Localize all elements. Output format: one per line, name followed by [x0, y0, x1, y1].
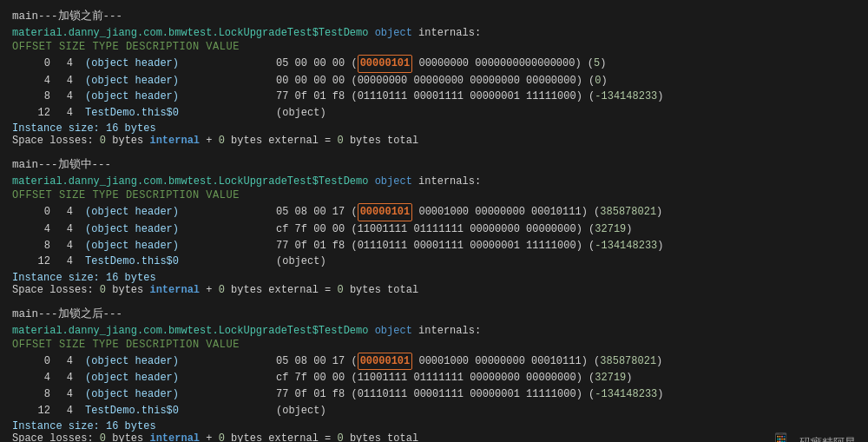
table-row: 12 4 TestDemo.this$0 (object)	[12, 254, 856, 270]
highlight-badge: 00000101	[358, 55, 413, 73]
section-during-lock: main---加锁中--- material.danny_jiang.com.b…	[12, 157, 856, 295]
section-before-lock: main---加锁之前--- material.danny_jiang.com.…	[12, 9, 856, 147]
wechat-badge: 📱 码癖精阿星	[769, 432, 856, 442]
instance-size-after: Instance size: 16 bytes	[12, 420, 856, 432]
wechat-label: 码癖精阿星	[799, 437, 856, 442]
keyword-internals-after: internals:	[418, 325, 481, 337]
section-title-before: main---加锁之前---	[12, 9, 856, 23]
class-header-after: material.danny_jiang.com.bmwtest.LockUpg…	[12, 325, 856, 337]
keyword-object-after: object	[375, 325, 412, 337]
highlight-badge: 00000101	[358, 353, 413, 371]
instance-size-during: Instance size: 16 bytes	[12, 272, 856, 284]
table-row: 8 4 (object header) 77 0f 01 f8 (0111011…	[12, 89, 856, 105]
classname-after: material.danny_jiang.com.bmwtest.LockUpg…	[12, 325, 368, 337]
table-header-after: OFFSET SIZE TYPE DESCRIPTION VALUE	[12, 339, 856, 351]
highlight-badge: 00000101	[358, 203, 413, 221]
table-row: 8 4 (object header) 77 0f 01 f8 (0111011…	[12, 386, 856, 403]
table-row: 12 4 TestDemo.this$0 (object)	[12, 403, 856, 419]
class-header-during: material.danny_jiang.com.bmwtest.LockUpg…	[12, 175, 856, 188]
keyword-internals-before: internals:	[418, 27, 481, 39]
table-header-before: OFFSET SIZE TYPE DESCRIPTION VALUE	[12, 41, 856, 53]
space-losses-before: Space losses: 0 bytes internal + 0 bytes…	[12, 135, 856, 147]
table-row: 8 4 (object header) 77 0f 01 f8 (0111011…	[12, 238, 856, 254]
classname-during: material.danny_jiang.com.bmwtest.LockUpg…	[12, 175, 368, 188]
keyword-object-during: object	[375, 175, 412, 188]
table-row: 0 4 (object header) 05 08 00 17 (0000010…	[12, 203, 856, 221]
instance-size-before: Instance size: 16 bytes	[12, 122, 856, 135]
class-header-before: material.danny_jiang.com.bmwtest.LockUpg…	[12, 27, 856, 39]
table-row: 4 4 (object header) cf 7f 00 00 (1100111…	[12, 370, 856, 386]
section-title-after: main---加锁之后---	[12, 307, 856, 321]
classname-before: material.danny_jiang.com.bmwtest.LockUpg…	[12, 27, 368, 39]
space-losses-during: Space losses: 0 bytes internal + 0 bytes…	[12, 284, 856, 296]
space-losses-after: Space losses: 0 bytes internal + 0 bytes…	[12, 432, 856, 442]
table-row: 0 4 (object header) 05 08 00 17 (0000010…	[12, 353, 856, 371]
table-row: 0 4 (object header) 05 00 00 00 (0000010…	[12, 55, 856, 73]
section-after-lock: main---加锁之后--- material.danny_jiang.com.…	[12, 307, 856, 442]
table-row: 4 4 (object header) cf 7f 00 00 (1100111…	[12, 221, 856, 238]
table-row: 4 4 (object header) 00 00 00 00 (0000000…	[12, 73, 856, 89]
main-container: main---加锁之前--- material.danny_jiang.com.…	[0, 0, 868, 442]
wechat-icon: 📱	[769, 432, 792, 442]
table-row: 12 4 TestDemo.this$0 (object)	[12, 105, 856, 122]
section-title-during: main---加锁中---	[12, 157, 856, 172]
keyword-internals-during: internals:	[418, 175, 481, 188]
keyword-object-before: object	[375, 27, 412, 39]
table-header-during: OFFSET SIZE TYPE DESCRIPTION VALUE	[12, 189, 856, 201]
